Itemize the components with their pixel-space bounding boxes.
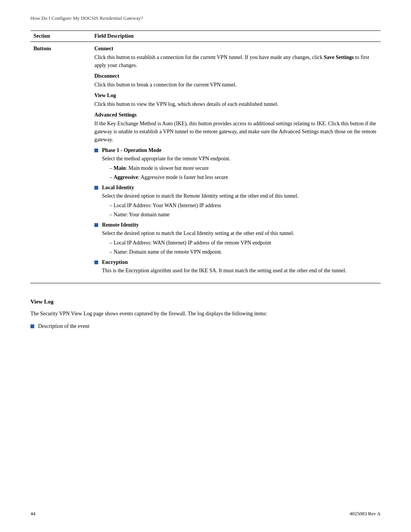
phase1-sub-main: Main: Main mode is slower but more secur…	[110, 164, 378, 172]
field-connect-description: Click this button to establish a connect…	[94, 53, 378, 69]
phase1-sub-aggressive: Aggressive: Aggressive mode is faster bu…	[110, 173, 378, 181]
field-advanced-settings: Advanced Settings If the Key Exchange Me…	[94, 112, 378, 144]
local-identity-sub-ip: Local IP Address: Your WAN (Internet) IP…	[110, 201, 378, 209]
local-identity-sub-name: Name: Your domain name	[110, 211, 378, 219]
bullet-square-remote-identity	[94, 223, 98, 227]
phase1-sub-list: Main: Main mode is slower but more secur…	[110, 164, 378, 181]
bullet-remote-identity-description: Select the desired option to match the L…	[102, 230, 378, 236]
bullet-phase1-title: Phase 1 - Operation Mode	[102, 147, 161, 153]
field-view-log-description: Click this button to view the VPN log, w…	[94, 100, 378, 108]
bullet-square-encryption	[94, 260, 98, 264]
doc-number: 4025083 Rev A	[349, 511, 381, 517]
bullet-phase1-description: Select the method appropriate for the re…	[102, 156, 378, 162]
bullet-encryption-content: Encryption This is the Encryption algori…	[102, 259, 378, 276]
col-field-header: Field Description	[91, 31, 381, 42]
field-advanced-settings-description: If the Key Exchange Method is Auto (IKE)…	[94, 120, 378, 144]
view-log-bullet-item: Description of the event	[30, 323, 381, 329]
bullet-local-identity-content: Local Identity Select the desired option…	[102, 185, 378, 220]
breadcrumb: How Do I Configure My DOCSIS Residential…	[30, 15, 381, 21]
view-log-section-description: The Security VPN View Log page shows eve…	[30, 310, 381, 318]
bullet-remote-identity: Remote Identity Select the desired optio…	[94, 222, 378, 257]
remote-identity-sub-ip: Local IP Address: WAN (Internet) IP addr…	[110, 239, 378, 247]
page-footer: 44 4025083 Rev A	[30, 511, 381, 517]
field-description-cell: Connect Click this button to establish a…	[91, 42, 381, 278]
bullet-remote-identity-content: Remote Identity Select the desired optio…	[102, 222, 378, 257]
bullet-encryption-title: Encryption	[102, 259, 128, 265]
view-log-bullet-description: Description of the event	[38, 323, 381, 329]
section-label: Buttons	[30, 42, 91, 278]
bullet-square-view-log	[30, 324, 34, 328]
main-table: Section Field Description Buttons Connec…	[30, 30, 381, 283]
view-log-section: View Log The Security VPN View Log page …	[30, 299, 381, 329]
field-connect: Connect Click this button to establish a…	[94, 46, 378, 69]
view-log-section-title: View Log	[30, 299, 381, 305]
page-number: 44	[30, 511, 35, 517]
field-connect-title: Connect	[94, 46, 378, 52]
col-section-header: Section	[30, 31, 91, 42]
bullet-local-identity-title: Local Identity	[102, 185, 134, 190]
bullet-phase1: Phase 1 - Operation Mode Select the meth…	[94, 147, 378, 182]
field-disconnect-title: Disconnect	[94, 73, 378, 79]
bullet-remote-identity-title: Remote Identity	[102, 222, 139, 228]
local-identity-sub-list: Local IP Address: Your WAN (Internet) IP…	[110, 201, 378, 219]
field-disconnect-description: Click this button to break a connection …	[94, 81, 378, 89]
bullet-square-phase1	[94, 149, 98, 152]
bullet-square-local-identity	[94, 186, 98, 190]
field-view-log: View Log Click this button to view the V…	[94, 93, 378, 108]
remote-identity-sub-list: Local IP Address: WAN (Internet) IP addr…	[110, 239, 378, 256]
field-advanced-settings-title: Advanced Settings	[94, 112, 378, 118]
remote-identity-sub-name: Name: Domain name of the remote VPN endp…	[110, 248, 378, 256]
field-view-log-title: View Log	[94, 93, 378, 99]
bullet-local-identity: Local Identity Select the desired option…	[94, 185, 378, 220]
bullet-phase1-content: Phase 1 - Operation Mode Select the meth…	[102, 147, 378, 182]
bullet-encryption-description: This is the Encryption algorithm used fo…	[102, 268, 378, 274]
bullet-encryption: Encryption This is the Encryption algori…	[94, 259, 378, 276]
bullet-local-identity-description: Select the desired option to match the R…	[102, 193, 378, 199]
field-disconnect: Disconnect Click this button to break a …	[94, 73, 378, 89]
